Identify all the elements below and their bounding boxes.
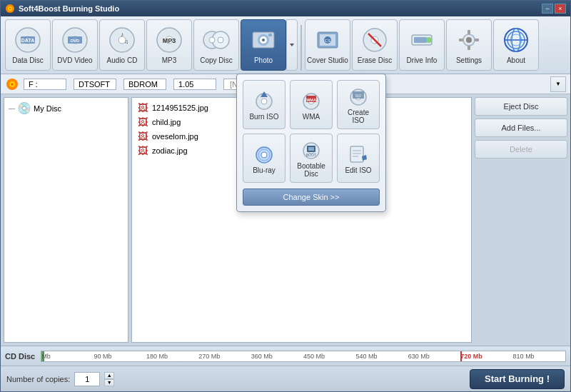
dvd-video-label: DVD Video (57, 56, 92, 65)
svg-rect-41 (468, 46, 470, 50)
cover-studio-button[interactable]: CS Cover Studio (305, 19, 350, 71)
settings-button[interactable]: Settings (446, 19, 492, 71)
bootable-disc-button[interactable]: BOOT Bootable Disc (290, 134, 333, 183)
about-button[interactable]: About (493, 19, 539, 71)
svg-text:WMA: WMA (306, 97, 316, 101)
copy-disc-label: Copy Disc (200, 56, 233, 65)
status-bar: CD Disc Mb 90 Mb 180 Mb 270 Mb 360 Mb 45… (1, 346, 570, 366)
eject-disc-button[interactable]: Eject Disc (475, 97, 567, 116)
svg-rect-26 (268, 34, 272, 36)
cover-studio-label: Cover Studio (307, 56, 348, 65)
drive-version: 1.05 (173, 79, 216, 90)
audio-cd-icon: ♪ ♫ (108, 26, 136, 54)
delete-button[interactable]: Delete (475, 140, 567, 159)
burn-iso-button[interactable]: Burn ISO (243, 80, 286, 129)
create-iso-icon: ISO (345, 85, 371, 106)
disc-tree-icon: 💿 (17, 101, 31, 115)
drive-letter: F : (24, 79, 66, 90)
minimize-button[interactable]: − (542, 4, 553, 14)
blu-ray-icon (251, 143, 277, 164)
disc-type-label: CD Disc (5, 352, 35, 361)
file-image-icon-1: 🖼 (138, 102, 148, 114)
marker-8: 720 Mb (460, 353, 482, 360)
svg-marker-27 (290, 44, 294, 46)
photo-icon (249, 26, 278, 54)
copies-decrement-button[interactable]: ▼ (104, 379, 114, 386)
erase-disc-button[interactable]: Erase Disc (352, 19, 398, 71)
blu-ray-label: Blu-ray (253, 166, 276, 174)
create-iso-label: Create ISO (340, 109, 376, 124)
progress-track: Mb 90 Mb 180 Mb 270 Mb 360 Mb 450 Mb 540… (41, 351, 566, 362)
bootable-disc-icon: BOOT (298, 139, 324, 160)
marker-3: 270 Mb (198, 353, 220, 360)
title-bar: Soft4Boost Burning Studio − × (1, 1, 570, 16)
drive-name: DTSOFT (74, 79, 116, 90)
marker-1: 90 Mb (94, 353, 112, 360)
marker-9: 810 Mb (513, 353, 535, 360)
file-name-4: zodiac.jpg (152, 146, 188, 155)
change-skin-button[interactable]: Change Skin >> (243, 189, 380, 206)
bootable-disc-label: Bootable Disc (293, 162, 329, 178)
mp3-button[interactable]: MP3 MP3 (146, 19, 192, 71)
drive-selector-button[interactable]: ▼ (550, 76, 566, 92)
erase-disc-icon (360, 26, 389, 54)
edit-iso-icon (345, 143, 371, 164)
right-panel: Eject Disc Add Files... Delete (475, 97, 567, 343)
svg-rect-42 (459, 39, 463, 41)
dvd-video-icon: DVD (61, 26, 89, 54)
blu-ray-button[interactable]: Blu-ray (243, 134, 286, 183)
copies-spinner: ▲ ▼ (104, 372, 114, 386)
tree-root-item[interactable]: — 💿 My Disc (7, 101, 125, 116)
drive-info-label: Drive Info (407, 56, 438, 65)
dropdown-arrow-button[interactable] (286, 19, 298, 71)
tree-root-label: My Disc (34, 104, 61, 113)
tree-expand-icon: — (9, 105, 15, 112)
drive-type: BDROM (123, 79, 166, 90)
close-button[interactable]: × (555, 4, 566, 14)
about-label: About (507, 56, 525, 65)
svg-rect-40 (468, 30, 470, 34)
drive-info-button[interactable]: Drive Info (399, 19, 445, 71)
audio-cd-button[interactable]: ♪ ♫ Audio CD (99, 19, 145, 71)
add-files-button[interactable]: Add Files... (475, 119, 567, 137)
svg-text:ISO: ISO (355, 94, 362, 98)
audio-cd-label: Audio CD (107, 56, 138, 65)
copies-input[interactable] (74, 372, 100, 386)
edit-iso-label: Edit ISO (345, 166, 371, 174)
svg-rect-43 (475, 39, 479, 41)
dvd-video-button[interactable]: DVD DVD Video (52, 19, 98, 71)
drive-info-icon (408, 26, 436, 54)
cover-studio-icon: CS (313, 26, 342, 54)
copies-increment-button[interactable]: ▲ (104, 372, 114, 379)
wma-button[interactable]: WMA WMA (290, 80, 333, 129)
file-image-icon-4: 🖼 (138, 145, 148, 156)
marker-2: 180 Mb (146, 353, 168, 360)
file-image-icon-3: 🖼 (138, 131, 148, 142)
settings-icon (455, 26, 483, 54)
start-burning-button[interactable]: Start Burning ! (470, 369, 565, 389)
data-disc-button[interactable]: DATA Data Disc (5, 19, 51, 71)
create-iso-button[interactable]: ISO Create ISO (337, 80, 380, 129)
erase-disc-label: Erase Disc (358, 56, 392, 65)
copies-label: Number of copies: (6, 375, 70, 383)
photo-button[interactable]: Photo (241, 19, 286, 71)
toolbar-divider (300, 25, 302, 71)
svg-rect-66 (308, 147, 314, 151)
marker-7: 630 Mb (408, 353, 430, 360)
svg-point-20 (209, 37, 215, 43)
dropdown-popup: Burn ISO WMA WMA (236, 74, 386, 212)
wma-label: WMA (303, 113, 320, 121)
svg-text:♪: ♪ (121, 31, 123, 38)
toolbar: DATA Data Disc DVD DVD Video (1, 16, 570, 74)
main-window: Soft4Boost Burning Studio − × DATA Data … (0, 0, 571, 392)
copies-area: Number of copies: ▲ ▼ (6, 372, 114, 386)
svg-text:DATA: DATA (21, 38, 34, 43)
about-icon (502, 26, 530, 54)
window-controls: − × (542, 4, 566, 14)
svg-text:♫: ♫ (124, 39, 128, 45)
popup-grid: Burn ISO WMA WMA (243, 80, 380, 183)
mp3-label: MP3 (162, 56, 177, 65)
copy-disc-button[interactable]: Copy Disc (193, 19, 239, 71)
edit-iso-button[interactable]: Edit ISO (337, 134, 380, 183)
mp3-icon: MP3 (155, 26, 183, 54)
